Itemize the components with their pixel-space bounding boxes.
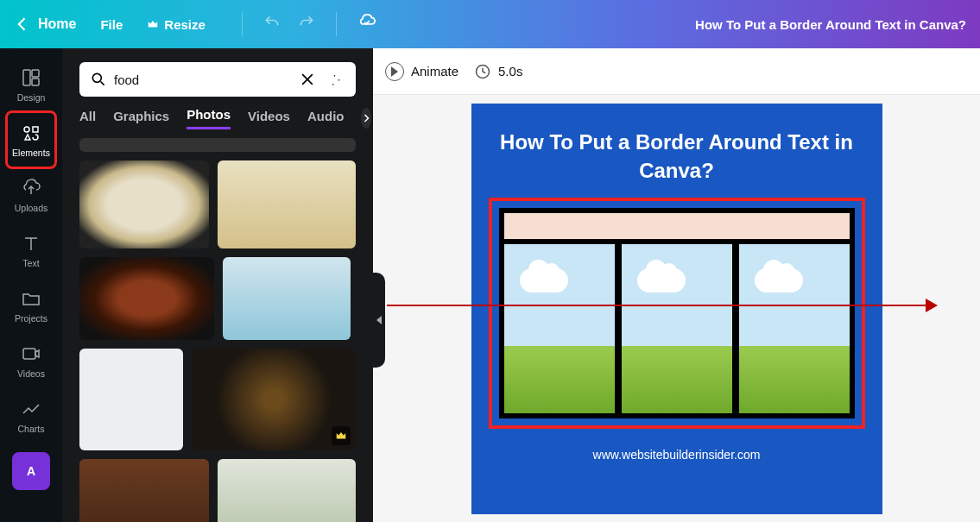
photo-thumb[interactable]	[192, 349, 356, 450]
canvas-toolbar: Animate 5.0s	[373, 48, 980, 95]
tab-videos[interactable]: Videos	[248, 109, 290, 129]
svg-rect-2	[32, 79, 39, 85]
comic-header-panel	[503, 211, 851, 241]
nav-projects[interactable]: Projects	[7, 278, 55, 333]
home-button[interactable]: Home	[38, 16, 76, 32]
nav-text[interactable]: Text	[7, 223, 55, 278]
annotation-arrow	[387, 305, 936, 306]
divider	[336, 12, 337, 36]
resize-menu[interactable]: Resize	[147, 17, 205, 32]
photo-thumb[interactable]	[223, 257, 351, 340]
svg-rect-0	[23, 70, 30, 85]
nav-elements[interactable]: Elements	[7, 112, 55, 167]
tabs-next-button[interactable]	[361, 108, 371, 129]
nav-uploads[interactable]: Uploads	[7, 167, 55, 223]
nav-design[interactable]: Design	[7, 57, 55, 112]
photo-grid	[73, 138, 363, 522]
tab-photos[interactable]: Photos	[187, 107, 231, 129]
redo-button[interactable]	[298, 14, 315, 35]
tab-all[interactable]: All	[79, 109, 96, 129]
svg-rect-4	[23, 349, 35, 359]
divider	[242, 12, 243, 36]
filter-button[interactable]	[328, 71, 345, 91]
elements-panel: All Graphics Photos Videos Audio	[62, 48, 373, 522]
tab-graphics[interactable]: Graphics	[113, 109, 169, 129]
svg-line-6	[101, 82, 104, 85]
photo-thumb[interactable]	[79, 459, 209, 522]
tab-audio[interactable]: Audio	[307, 109, 345, 129]
back-button[interactable]	[14, 16, 31, 33]
photo-thumb[interactable]	[218, 160, 356, 248]
cloud-sync-icon[interactable]	[357, 13, 376, 35]
slide-title: How To Put a Border Around Text in Canva…	[489, 128, 865, 186]
svg-point-10	[333, 74, 336, 77]
svg-point-5	[92, 73, 101, 82]
duration-control[interactable]: 5.0s	[474, 63, 522, 80]
photo-thumb[interactable]	[79, 138, 356, 152]
comic-template[interactable]	[499, 208, 855, 418]
resize-label: Resize	[164, 17, 205, 32]
left-nav: Design Elements Uploads Text Projects Vi…	[0, 48, 62, 522]
photo-thumb[interactable]	[79, 257, 214, 340]
premium-badge	[332, 426, 351, 445]
nav-videos[interactable]: Videos	[7, 333, 55, 388]
document-title[interactable]: How To Put a Border Around Text in Canva…	[695, 17, 966, 32]
animate-button[interactable]: Animate	[385, 62, 458, 81]
comic-panel	[737, 242, 851, 415]
svg-rect-1	[32, 70, 39, 77]
slide-url: www.websitebuilderinsider.com	[593, 448, 761, 462]
svg-point-3	[24, 127, 29, 132]
photo-thumb[interactable]	[218, 459, 356, 522]
crown-icon	[147, 18, 159, 30]
canvas-area: Animate 5.0s How To Put a Border Around …	[373, 48, 980, 522]
highlight-frame	[489, 198, 865, 429]
file-menu[interactable]: File	[100, 17, 123, 32]
svg-point-14	[332, 83, 334, 85]
animate-icon	[385, 62, 404, 81]
photo-thumb[interactable]	[79, 349, 183, 450]
comic-panel	[503, 242, 616, 415]
nav-apps[interactable]: A	[12, 452, 50, 490]
canvas-slide[interactable]: How To Put a Border Around Text in Canva…	[471, 104, 882, 514]
undo-button[interactable]	[263, 14, 281, 35]
clock-icon	[474, 63, 491, 80]
svg-point-12	[338, 79, 340, 81]
elements-tabs: All Graphics Photos Videos Audio	[73, 107, 363, 138]
clear-search-button[interactable]	[299, 71, 316, 91]
nav-charts[interactable]: Charts	[7, 388, 55, 443]
search-icon	[90, 71, 107, 91]
top-bar: Home File Resize How To Put a Border Aro…	[0, 0, 980, 48]
comic-panel	[620, 242, 734, 415]
photo-thumb[interactable]	[79, 160, 209, 248]
